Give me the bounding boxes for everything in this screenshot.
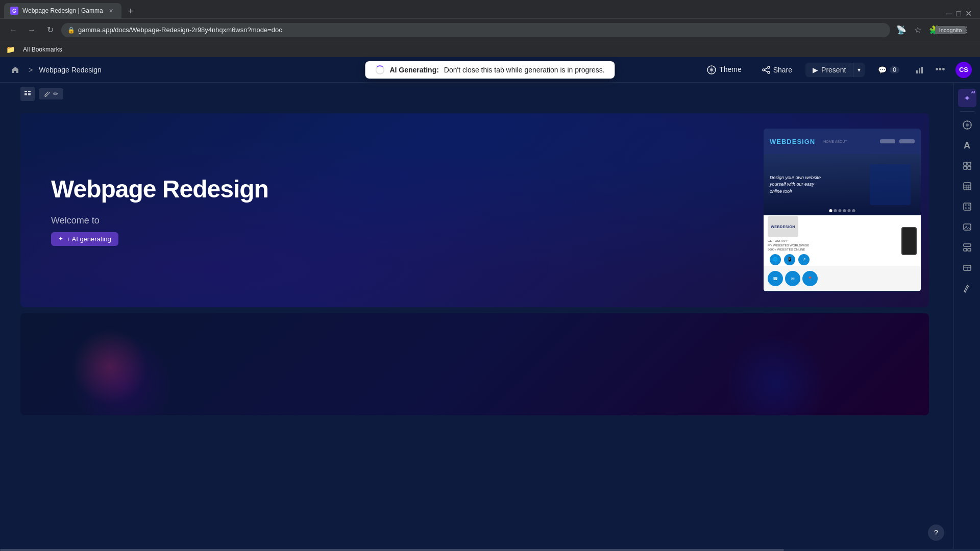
- right-sidebar: ✦ AI A: [953, 83, 980, 549]
- mockup-logo-row: WEBDESIGN: [768, 216, 899, 237]
- sidebar-draw-button[interactable]: [958, 279, 976, 297]
- mockup-second-section: WEBDESIGN GET OUR APPMY WEBSITES WORLDWI…: [764, 215, 921, 266]
- mockup-logo: WEBDESIGN: [770, 138, 815, 145]
- mockup-laptop-logo: WEBDESIGN: [768, 216, 798, 237]
- sidebar-image-button[interactable]: [958, 218, 976, 236]
- badge-star-icon: ✦: [58, 235, 63, 242]
- share-button[interactable]: Share: [755, 62, 799, 78]
- svg-rect-13: [28, 91, 31, 92]
- mockup-icon-share: ↗: [798, 254, 810, 265]
- slide-menu-button[interactable]: [20, 87, 35, 101]
- svg-rect-7: [916, 70, 918, 73]
- theme-icon: [707, 65, 716, 74]
- mockup-hero: Design your own website yourself with ou…: [764, 154, 921, 215]
- cast-icon[interactable]: 📡: [894, 23, 909, 37]
- scroll-thumb: [0, 549, 784, 551]
- bookmark-star[interactable]: ☆: [911, 23, 925, 37]
- svg-point-33: [968, 204, 970, 206]
- slide-controls: ✏: [0, 83, 949, 105]
- comment-button[interactable]: 💬 0: [871, 63, 906, 77]
- svg-rect-25: [968, 166, 971, 169]
- new-tab-button[interactable]: +: [124, 4, 138, 18]
- ai-generating-banner: AI Generating: Don't close this tab whil…: [365, 61, 615, 79]
- help-button[interactable]: ?: [928, 524, 944, 541]
- refresh-button[interactable]: ↻: [43, 23, 57, 37]
- svg-point-1: [710, 68, 713, 71]
- app-toolbar: > Webpage Redesign AI Generating: Don't …: [0, 57, 980, 83]
- mockup-icon-phone: 📱: [784, 254, 795, 265]
- forward-button[interactable]: →: [24, 23, 39, 37]
- svg-rect-12: [24, 94, 27, 95]
- mockup-bottom-icon: ✉: [785, 271, 800, 286]
- sidebar-layout-button[interactable]: [958, 259, 976, 277]
- tab-bar: G Webpage Redesign | Gamma × + ─ □ ✕: [0, 0, 980, 18]
- sidebar-text-button[interactable]: A: [958, 136, 976, 155]
- present-dropdown-button[interactable]: ▾: [853, 63, 865, 77]
- browser-chrome: G Webpage Redesign | Gamma × + ─ □ ✕ ← →…: [0, 0, 980, 57]
- sidebar-cards-button[interactable]: [958, 157, 976, 175]
- svg-rect-11: [24, 93, 27, 94]
- more-button[interactable]: •••: [933, 63, 947, 77]
- mockup-nav-items: [880, 139, 915, 143]
- svg-rect-8: [919, 68, 920, 73]
- mockup-phone-device: [901, 227, 917, 255]
- svg-point-35: [968, 207, 970, 209]
- app-wrapper: > Webpage Redesign AI Generating: Don't …: [0, 57, 980, 551]
- maximize-button[interactable]: □: [956, 9, 961, 18]
- address-bar[interactable]: 🔒 gamma.app/docs/Webpage-Redesign-2r98y4…: [61, 23, 890, 37]
- user-avatar[interactable]: CS: [955, 62, 972, 78]
- active-tab[interactable]: G Webpage Redesign | Gamma ×: [4, 3, 121, 18]
- slide-container: ✏ Webpage Redesign Welcome to ✦ + AI gen…: [0, 83, 949, 549]
- close-window-button[interactable]: ✕: [965, 9, 972, 18]
- ai-generating-badge[interactable]: ✦ + AI generating: [51, 232, 118, 246]
- mockup-carousel-dots: [829, 209, 855, 212]
- svg-rect-36: [964, 224, 971, 230]
- sidebar-ai-button[interactable]: ✦ AI: [958, 89, 976, 107]
- sidebar-palette-button[interactable]: [958, 197, 976, 216]
- svg-rect-24: [964, 166, 967, 169]
- profile-button[interactable]: Incognito: [943, 23, 958, 37]
- ai-sparkle-icon: ✦: [964, 93, 970, 103]
- bottom-scrollbar[interactable]: [0, 549, 980, 551]
- svg-point-3: [763, 69, 765, 71]
- mockup-feature-icons: 🌐 📱 ↗: [770, 254, 899, 265]
- breadcrumb-separator: >: [29, 66, 33, 74]
- home-button[interactable]: [8, 63, 22, 77]
- edit-icon-label: ✏: [53, 90, 58, 97]
- bookmarks-bar: 📁 All Bookmarks: [0, 41, 980, 57]
- mockup-bottom-icon: ☎: [768, 271, 783, 286]
- slide-subtitle: Welcome to: [51, 215, 725, 226]
- sidebar-theme-button[interactable]: [958, 116, 976, 134]
- mockup-dot: [834, 209, 837, 212]
- webdesign-mockup: WEBDESIGN HOME ABOUT: [764, 129, 921, 292]
- chrome-menu[interactable]: ⋮: [960, 23, 974, 37]
- svg-rect-26: [964, 183, 971, 190]
- breadcrumb-page-title[interactable]: Webpage Redesign: [39, 66, 102, 74]
- mockup-tagline: HOME ABOUT: [823, 140, 847, 143]
- slide-edit-button[interactable]: ✏: [39, 88, 63, 99]
- mockup-icon-globe: 🌐: [770, 254, 781, 265]
- slide-card-1: Webpage Redesign Welcome to ✦ + AI gener…: [20, 113, 929, 307]
- sidebar-grid-button[interactable]: [958, 238, 976, 257]
- slide-content-left: Webpage Redesign Welcome to ✦ + AI gener…: [20, 155, 755, 266]
- present-button[interactable]: ▶ Present: [805, 63, 853, 77]
- svg-rect-9: [921, 67, 923, 73]
- chart-button[interactable]: [913, 63, 927, 77]
- svg-point-32: [965, 204, 967, 206]
- nav-actions: 📡 ☆ 🧩 Incognito ⋮: [894, 23, 974, 37]
- slide-title: Webpage Redesign: [51, 175, 725, 203]
- mockup-nav-bar: WEBDESIGN HOME ABOUT: [764, 129, 921, 154]
- tab-close-button[interactable]: ×: [107, 7, 115, 15]
- pink-glow-decoration: [71, 329, 148, 405]
- svg-rect-23: [968, 162, 971, 165]
- all-bookmarks-label: All Bookmarks: [23, 46, 62, 53]
- text-icon: A: [964, 140, 970, 151]
- svg-rect-31: [964, 203, 971, 210]
- minimize-button[interactable]: ─: [946, 9, 952, 18]
- sidebar-table-button[interactable]: [958, 177, 976, 195]
- share-label: Share: [773, 66, 792, 74]
- back-button[interactable]: ←: [6, 23, 20, 37]
- theme-button[interactable]: Theme: [700, 62, 749, 78]
- mockup-hero-text: Design your own website yourself with ou…: [770, 174, 870, 195]
- svg-line-5: [765, 68, 768, 69]
